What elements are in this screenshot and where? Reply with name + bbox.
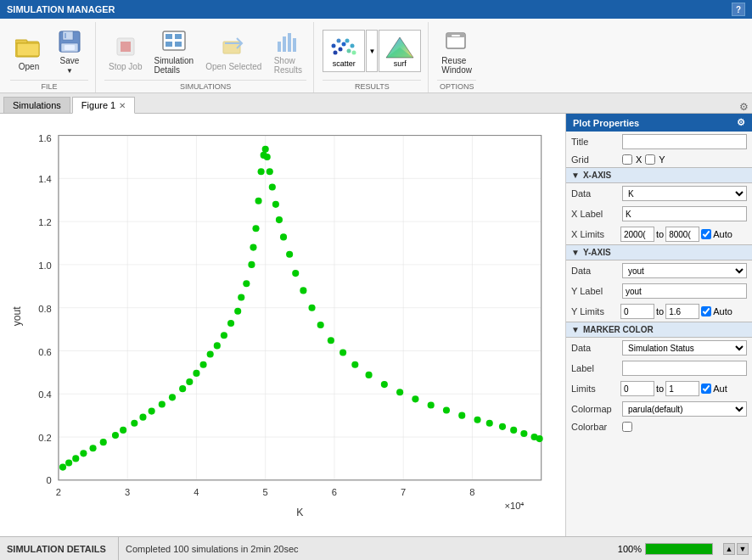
tab-figure1[interactable]: Figure 1 ✕: [72, 97, 135, 114]
svg-point-106: [272, 201, 279, 208]
marker-data-select[interactable]: Simulation Status: [622, 340, 747, 356]
svg-rect-4: [63, 31, 73, 40]
surf-button[interactable]: surf: [379, 30, 421, 72]
scroll-up-button[interactable]: ▲: [723, 543, 735, 555]
svg-rect-17: [278, 42, 281, 52]
open-label: Open: [19, 62, 39, 71]
svg-point-110: [292, 270, 299, 277]
svg-text:yout: yout: [11, 306, 23, 327]
xaxis-label-input[interactable]: [622, 206, 747, 221]
svg-point-96: [248, 261, 255, 268]
simulations-group-label: SIMULATIONS: [104, 80, 306, 92]
colormap-select[interactable]: parula(default): [622, 401, 747, 417]
results-dropdown[interactable]: ▼: [366, 30, 378, 72]
svg-rect-1: [15, 40, 27, 43]
svg-point-118: [381, 381, 388, 388]
panel-settings-icon[interactable]: ⚙: [737, 117, 745, 128]
svg-text:K: K: [296, 507, 303, 518]
simulation-details-button[interactable]: SimulationDetails: [149, 26, 198, 77]
svg-point-79: [120, 427, 126, 434]
ribbon-group-options: ReuseWindow OPTIONS: [430, 22, 483, 92]
svg-point-94: [238, 294, 244, 300]
marker-label-input[interactable]: [622, 361, 747, 376]
marker-limits-to[interactable]: [665, 381, 699, 396]
yaxis-auto-checkbox[interactable]: [701, 306, 711, 316]
colorbar-checkbox[interactable]: [622, 422, 632, 432]
svg-text:0: 0: [47, 475, 52, 485]
svg-point-122: [443, 406, 450, 413]
svg-point-25: [351, 44, 355, 48]
yaxis-data-select[interactable]: yout: [622, 263, 747, 278]
svg-point-77: [100, 439, 107, 445]
svg-point-80: [131, 420, 137, 427]
xaxis-label-row: X Label: [566, 204, 752, 224]
svg-text:3: 3: [125, 487, 130, 497]
title-input[interactable]: [622, 134, 747, 149]
svg-point-87: [193, 370, 199, 377]
scatter-button[interactable]: scatter: [323, 30, 365, 72]
progress-label: 100%: [618, 544, 642, 554]
svg-point-29: [332, 44, 336, 48]
progress-area: 100%: [611, 543, 720, 555]
properties-panel: Plot Properties ⚙ Title Grid X Y ▼ X-AXI…: [565, 114, 752, 536]
yaxis-collapse-icon[interactable]: ▼: [571, 248, 580, 257]
svg-point-75: [80, 450, 87, 456]
svg-point-88: [200, 361, 207, 368]
svg-point-24: [345, 39, 350, 43]
tab-simulations[interactable]: Simulations: [3, 97, 70, 113]
svg-point-86: [186, 378, 193, 385]
xaxis-data-row: Data K: [566, 183, 752, 204]
svg-point-82: [149, 408, 155, 415]
svg-point-72: [59, 464, 66, 471]
svg-text:0.2: 0.2: [38, 433, 52, 443]
yaxis-limits-from[interactable]: [620, 304, 654, 319]
svg-point-115: [340, 349, 346, 356]
plot-area: 0 0.2 0.4 0.6 0.8 1.0 1.2 1.4 1.6 yout 2…: [0, 114, 565, 536]
svg-point-120: [412, 395, 418, 402]
xaxis-limits-to[interactable]: [665, 227, 699, 242]
xaxis-data-select[interactable]: K: [622, 186, 747, 201]
yaxis-label-input[interactable]: [622, 283, 747, 299]
xaxis-section-label: X-AXIS: [583, 171, 611, 180]
svg-point-98: [252, 225, 259, 232]
tab-close-button[interactable]: ✕: [119, 101, 126, 110]
svg-text:×10⁴: ×10⁴: [504, 501, 525, 511]
marker-limits-from[interactable]: [620, 381, 654, 396]
xaxis-collapse-icon[interactable]: ▼: [571, 171, 580, 180]
yaxis-section-label: Y-AXIS: [583, 248, 611, 257]
open-selected-button[interactable]: Open Selected: [201, 26, 266, 77]
marker-auto-checkbox[interactable]: [701, 384, 711, 394]
yaxis-limits-to[interactable]: [665, 304, 699, 319]
svg-text:4: 4: [194, 487, 199, 497]
grid-x-checkbox[interactable]: [622, 154, 632, 165]
xaxis-auto-checkbox[interactable]: [701, 229, 711, 239]
xaxis-limits-from[interactable]: [620, 227, 654, 242]
scroll-down-button[interactable]: ▼: [737, 543, 749, 555]
svg-text:0.4: 0.4: [38, 389, 52, 400]
xaxis-section: ▼ X-AXIS: [566, 167, 752, 183]
show-results-button[interactable]: ShowResults: [269, 26, 306, 77]
open-selected-icon: [220, 33, 247, 60]
svg-rect-19: [288, 33, 291, 52]
open-button[interactable]: Open: [10, 26, 48, 77]
tab-settings-icon[interactable]: ⚙: [739, 101, 749, 113]
svg-point-26: [347, 49, 351, 53]
help-button[interactable]: ?: [732, 3, 745, 16]
xaxis-auto-label: Auto: [713, 229, 732, 239]
reuse-window-button[interactable]: ReuseWindow: [437, 26, 476, 77]
save-button[interactable]: Save ▼: [51, 26, 88, 77]
svg-point-89: [207, 350, 214, 357]
svg-rect-2: [17, 43, 39, 56]
stop-job-button[interactable]: Stop Job: [104, 26, 146, 77]
svg-text:7: 7: [401, 487, 406, 497]
ribbon-group-simulations: Stop Job SimulationDetails: [98, 22, 314, 92]
grid-y-checkbox[interactable]: [645, 154, 655, 165]
chart-svg[interactable]: 0 0.2 0.4 0.6 0.8 1.0 1.2 1.4 1.6 yout 2…: [7, 120, 558, 529]
svg-point-23: [342, 42, 346, 47]
marker-color-collapse-icon[interactable]: ▼: [571, 325, 580, 334]
save-dropdown-arrow[interactable]: ▼: [66, 67, 73, 75]
save-icon: [56, 29, 83, 54]
yaxis-label-row: Y Label: [566, 281, 752, 301]
svg-point-116: [351, 361, 358, 368]
svg-point-124: [474, 417, 480, 423]
